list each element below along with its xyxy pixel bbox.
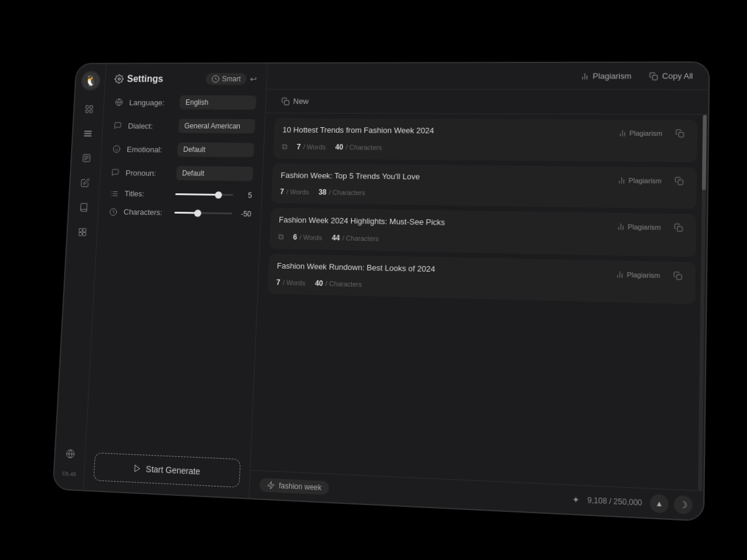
svg-rect-11	[78, 228, 82, 232]
sidebar-item-layout[interactable]	[78, 98, 99, 119]
svg-point-17	[117, 78, 120, 80]
results-wrapper: 10 Hottest Trends from Fashion Week 2024…	[250, 113, 708, 490]
result-item: 10 Hottest Trends from Fashion Week 2024…	[272, 118, 697, 162]
svg-rect-36	[284, 100, 289, 104]
pronoun-row: Pronoun: Default	[109, 164, 253, 182]
svg-rect-3	[89, 110, 92, 112]
svg-rect-35	[652, 75, 657, 80]
sidebar-item-book[interactable]	[72, 196, 94, 218]
result-copy-btn-3[interactable]	[669, 269, 686, 282]
titles-slider-row: Titles: 5	[108, 188, 252, 201]
price-label: ©5.49	[62, 470, 76, 477]
new-tab[interactable]: New	[275, 94, 314, 107]
characters-slider-thumb[interactable]	[193, 209, 201, 217]
characters-slider-row: Characters: -50	[107, 206, 251, 219]
emotional-row: Emotional: Default	[110, 140, 254, 158]
result-plagiarism-btn-0[interactable]: Plagiarism	[614, 127, 666, 140]
svg-rect-1	[90, 106, 93, 108]
svg-rect-48	[677, 226, 682, 231]
top-bar: Plagiarism Copy All	[266, 62, 709, 90]
sparkle-icon: ✦	[572, 494, 580, 504]
svg-marker-31	[134, 465, 139, 472]
svg-rect-0	[85, 106, 88, 108]
svg-point-21	[112, 145, 119, 152]
avatar-image: 🐧	[81, 72, 99, 89]
result-title-1: Fashion Week: Top 5 Trends You'll Love	[281, 170, 613, 183]
sidebar-item-edit[interactable]	[74, 172, 95, 193]
result-item: Fashion Week: Top 5 Trends You'll Love P…	[271, 163, 696, 209]
smart-badge[interactable]: Smart	[205, 73, 247, 85]
svg-point-30	[109, 208, 116, 215]
titles-slider-track	[175, 193, 233, 196]
copy-small-icon-2[interactable]: ⧉	[277, 232, 283, 241]
result-item: Fashion Week 2024 Highlights: Must-See P…	[269, 207, 696, 257]
svg-rect-44	[678, 180, 683, 185]
svg-rect-12	[82, 228, 85, 232]
titles-slider-thumb[interactable]	[214, 191, 222, 199]
main-content: Plagiarism Copy All New	[249, 62, 709, 520]
characters-value: -50	[237, 209, 251, 218]
bottom-nav-btns: ▲ ☽	[649, 494, 692, 514]
svg-rect-52	[677, 274, 682, 279]
svg-rect-2	[85, 110, 88, 112]
dialect-icon	[112, 121, 124, 129]
copy-small-icon-0[interactable]: ⧉	[281, 141, 287, 151]
dialect-row: Dialect: General American	[111, 117, 255, 135]
plagiarism-button[interactable]: Plagiarism	[575, 69, 636, 83]
sidebar-item-globe[interactable]	[59, 442, 81, 465]
tag-chip[interactable]: fashion week	[259, 478, 329, 495]
result-item: Fashion Week Rundown: Best Looks of 2024…	[267, 253, 695, 304]
result-copy-btn-0[interactable]	[671, 127, 688, 139]
language-value[interactable]: English	[179, 95, 256, 109]
result-plagiarism-btn-1[interactable]: Plagiarism	[613, 173, 665, 186]
refresh-button[interactable]: ↩	[250, 74, 257, 83]
theme-button[interactable]: ☽	[673, 495, 693, 514]
settings-title: Settings	[114, 73, 162, 84]
titles-value: 5	[237, 191, 252, 199]
result-copy-btn-2[interactable]	[670, 221, 687, 234]
emotional-icon	[111, 144, 122, 153]
characters-icon	[107, 207, 119, 215]
scroll-up-button[interactable]: ▲	[649, 494, 668, 513]
result-title-2: Fashion Week 2024 Highlights: Must-See P…	[279, 215, 612, 230]
svg-rect-13	[78, 232, 82, 235]
bottom-bar: fashion week ✦ 9,108 / 250,000 ▲ ☽	[249, 470, 703, 520]
svg-rect-14	[82, 232, 85, 235]
scrollbar-thumb[interactable]	[701, 115, 706, 190]
sidebar-item-grid[interactable]	[71, 221, 93, 243]
svg-point-18	[212, 75, 219, 82]
svg-rect-7	[82, 154, 90, 161]
bottom-right: ✦ 9,108 / 250,000 ▲ ☽	[572, 490, 693, 514]
copy-all-button[interactable]: Copy All	[644, 69, 698, 83]
characters-slider-track	[174, 211, 232, 214]
svg-marker-53	[268, 481, 274, 488]
emotional-value[interactable]: Default	[177, 142, 254, 157]
result-title-3: Fashion Week Rundown: Best Looks of 2024	[276, 261, 611, 277]
sidebar-item-list[interactable]	[77, 123, 98, 144]
language-icon	[113, 98, 125, 106]
result-copy-btn-1[interactable]	[670, 174, 688, 187]
titles-slider-fill	[175, 193, 218, 196]
svg-line-16	[66, 453, 74, 454]
scrollbar-track[interactable]	[698, 115, 706, 490]
language-row: Language: English	[112, 94, 256, 111]
avatar[interactable]: 🐧	[80, 70, 100, 90]
generate-button[interactable]: Start Generate	[93, 452, 240, 487]
result-title-0: 10 Hottest Trends from Fashion Week 2024	[282, 125, 614, 136]
svg-rect-40	[678, 132, 683, 137]
token-count: 9,108 / 250,000	[587, 495, 642, 507]
new-tab-bar: New	[265, 90, 708, 115]
titles-icon	[108, 189, 120, 198]
pronoun-icon	[109, 168, 121, 177]
results-list: 10 Hottest Trends from Fashion Week 2024…	[257, 113, 707, 314]
settings-panel: Settings Smart ↩ Language:	[83, 64, 268, 498]
sidebar-item-document[interactable]	[75, 147, 97, 168]
dialect-value[interactable]: General American	[178, 119, 255, 133]
pronoun-value[interactable]: Default	[175, 165, 253, 180]
result-plagiarism-btn-3[interactable]: Plagiarism	[611, 268, 664, 282]
result-plagiarism-btn-2[interactable]: Plagiarism	[612, 220, 665, 233]
